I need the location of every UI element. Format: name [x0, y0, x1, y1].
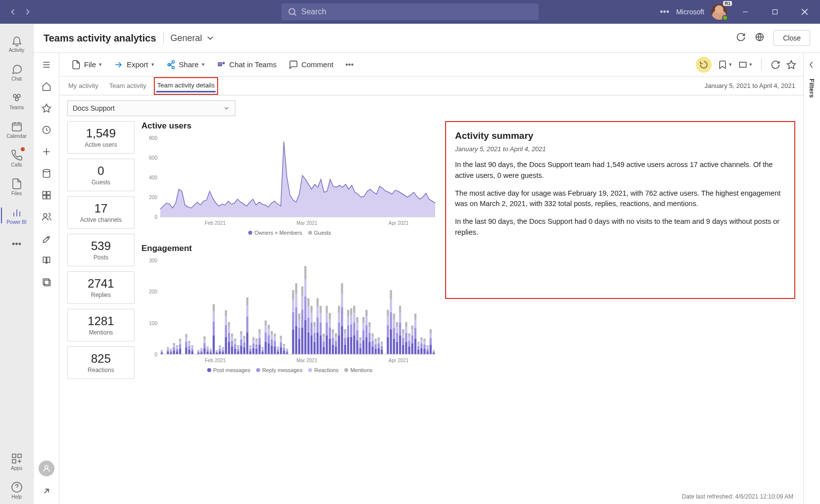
rail-activity[interactable]: Activity [1, 30, 33, 57]
svg-rect-198 [292, 290, 294, 299]
filters-label[interactable]: Filters [808, 79, 816, 98]
browse-icon[interactable] [42, 277, 51, 289]
svg-text:T: T [219, 62, 221, 66]
rail-powerbi[interactable]: Power BI [1, 202, 33, 229]
stat-replies: 2741Replies [67, 271, 135, 304]
svg-rect-50 [170, 349, 172, 350]
learn-icon[interactable] [42, 255, 51, 267]
svg-rect-294 [365, 310, 367, 316]
stat-reactions: 825Reactions [67, 346, 135, 379]
rail-calendar[interactable]: Calendar [1, 116, 33, 143]
comment-button[interactable]: Comment [283, 57, 338, 73]
export-menu[interactable]: Export▾ [109, 57, 159, 73]
bookmark-menu[interactable]: ▾ [718, 60, 732, 70]
svg-rect-176 [274, 341, 276, 346]
svg-rect-366 [423, 338, 425, 341]
globe-button[interactable] [755, 32, 765, 44]
recent-icon[interactable] [42, 125, 51, 137]
svg-rect-344 [408, 341, 410, 346]
channel-selector[interactable]: General [171, 33, 215, 43]
close-button[interactable]: Close [774, 30, 810, 46]
star-icon[interactable] [42, 103, 51, 115]
svg-rect-89 [207, 348, 209, 349]
svg-rect-376 [433, 351, 435, 353]
svg-rect-106 [219, 345, 221, 347]
svg-rect-164 [265, 333, 267, 342]
avatar[interactable]: R1 [711, 4, 727, 20]
toolbar-more[interactable]: ••• [340, 57, 359, 72]
reset-button[interactable] [696, 57, 712, 73]
tab-team-activity[interactable]: Team activity [108, 80, 147, 91]
stat-guests: 0Guests [67, 159, 135, 191]
svg-rect-78 [197, 350, 199, 350]
svg-rect-153 [255, 341, 257, 344]
svg-rect-338 [402, 329, 404, 333]
svg-rect-354 [414, 314, 416, 320]
svg-rect-5 [12, 123, 21, 131]
svg-rect-103 [219, 351, 221, 354]
more-icon[interactable]: ••• [660, 7, 669, 17]
forward-button[interactable] [21, 5, 35, 19]
workspace-icon[interactable] [42, 190, 51, 202]
rail-calls[interactable]: Calls [1, 144, 33, 172]
rail-help[interactable]: Help [1, 476, 33, 504]
database-icon[interactable] [42, 168, 51, 180]
svg-rect-303 [374, 349, 376, 354]
svg-rect-85 [203, 339, 205, 343]
tab-team-activity-details[interactable]: Team activity details [156, 80, 216, 92]
svg-rect-322 [390, 290, 392, 299]
refresh-button[interactable] [736, 32, 746, 44]
rail-chat[interactable]: Chat [1, 58, 33, 86]
rail-more[interactable]: ••• [1, 230, 33, 258]
refresh-report-button[interactable] [771, 60, 780, 70]
rail-files[interactable]: Files [1, 173, 33, 201]
tab-my-activity[interactable]: My activity [67, 80, 99, 91]
svg-rect-236 [322, 341, 324, 346]
open-external-icon[interactable] [42, 486, 51, 498]
expand-filters-icon[interactable] [807, 60, 817, 72]
svg-rect-121 [231, 337, 233, 341]
svg-rect-247 [332, 345, 334, 354]
file-menu[interactable]: File▾ [66, 57, 107, 73]
svg-rect-295 [368, 342, 370, 354]
svg-rect-204 [298, 328, 300, 338]
org-name: Microsoft [676, 8, 704, 16]
rail-apps[interactable]: Apps [1, 448, 33, 475]
team-selector[interactable]: Docs Support [67, 100, 235, 116]
svg-rect-299 [371, 346, 373, 354]
svg-rect-369 [426, 347, 428, 349]
rail-teams[interactable]: Teams [1, 87, 33, 115]
svg-rect-304 [374, 344, 376, 349]
svg-point-24 [222, 62, 225, 64]
minimize-button[interactable] [734, 4, 757, 20]
svg-rect-80 [200, 350, 202, 352]
svg-rect-142 [246, 297, 248, 305]
back-button[interactable] [6, 5, 20, 19]
svg-rect-201 [295, 294, 297, 307]
share-menu[interactable]: Share▾ [161, 57, 210, 73]
rocket-icon[interactable] [42, 234, 51, 246]
svg-rect-328 [396, 333, 398, 342]
hamburger-icon[interactable] [42, 60, 51, 72]
create-icon[interactable] [42, 147, 51, 159]
svg-rect-132 [240, 339, 242, 346]
search-input[interactable]: Search [281, 3, 539, 20]
svg-rect-192 [286, 351, 288, 352]
view-menu[interactable]: ▾ [738, 60, 752, 70]
close-window-button[interactable] [793, 4, 816, 20]
svg-rect-262 [341, 283, 343, 294]
svg-rect-276 [353, 322, 355, 336]
people-icon[interactable] [42, 212, 51, 224]
favorite-button[interactable] [786, 60, 796, 70]
presence-indicator [722, 15, 728, 21]
maximize-button[interactable] [764, 4, 786, 20]
svg-rect-265 [344, 333, 346, 338]
user-avatar-small[interactable] [39, 461, 54, 476]
svg-rect-345 [408, 336, 410, 341]
home-icon[interactable] [42, 82, 51, 93]
chat-in-teams-button[interactable]: T Chat in Teams [212, 57, 282, 73]
svg-rect-47 [170, 352, 172, 354]
svg-rect-342 [405, 322, 407, 327]
svg-rect-207 [301, 328, 303, 354]
svg-rect-68 [188, 346, 190, 350]
